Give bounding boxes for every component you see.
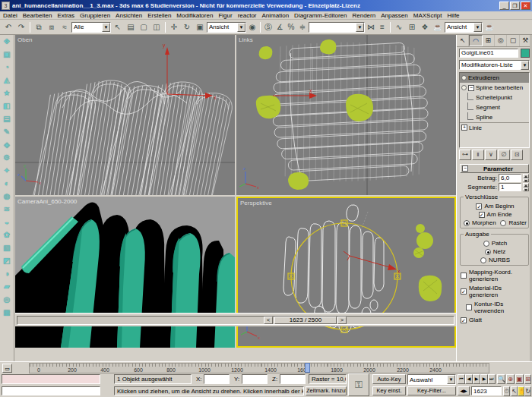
make-unique-icon[interactable]: ∨ [485,150,497,160]
render-type-dropdown[interactable]: Ansicht ▼ [445,22,483,33]
radio-icon[interactable] [464,220,470,226]
remove-modifier-icon[interactable]: ∅ [498,150,510,160]
menu-rendern[interactable]: Rendern [352,12,375,19]
modifier-list-dropdown[interactable]: Modifikatoren-Liste ▼ [459,60,530,70]
snap-toggle-icon[interactable]: Ⓢ [263,21,274,33]
rigid-body-collection-icon[interactable]: ❖ [1,36,14,49]
scale-icon[interactable]: ▣ [194,21,206,33]
percent-snap-icon[interactable]: % [286,21,296,33]
raster-radio[interactable]: Raster [500,219,527,226]
mirror-icon[interactable]: ⋈ [366,21,376,33]
quick-render-icon[interactable]: ☕ [483,21,496,33]
stack-subitem-scheitelpunkt[interactable]: Scheitelpunkt [460,93,529,102]
go-to-start-button[interactable]: ⏮ [458,374,465,384]
set-keys-button[interactable]: Key einst. [372,386,406,395]
previous-key-button[interactable]: ◀ [465,374,473,384]
rotate-icon[interactable]: ↻ [181,21,193,33]
tab-hierarchy-icon[interactable]: ⊞ [483,35,495,46]
tab-create-icon[interactable]: ↖ [457,35,469,46]
crossing-selection-icon[interactable]: ◫ [150,21,163,33]
object-color-swatch[interactable] [521,49,530,58]
morphen-radio[interactable]: Morphen [464,219,496,226]
betrag-spinner[interactable] [523,174,529,182]
chevron-down-icon[interactable]: ▼ [356,23,364,32]
chevron-down-icon[interactable]: ▼ [102,23,110,32]
auto-key-button[interactable]: Auto-Key [372,374,406,384]
stack-item-linie[interactable]: + Linie [460,122,529,132]
tab-display-icon[interactable]: ▢ [507,35,519,46]
zoom-extents-all-icon[interactable]: ⊞ [524,374,531,384]
checkbox-icon[interactable] [461,317,467,323]
segmente-field[interactable]: 1 [499,183,521,191]
toy-car-icon[interactable]: ◐ [1,178,14,191]
radio-icon[interactable] [500,220,506,226]
undo-icon[interactable]: ↶ [2,21,14,33]
go-to-end-button[interactable]: ⏭ [488,374,496,384]
z-coordinate-field[interactable] [280,374,306,384]
menu-hilfe[interactable]: Hilfe [448,12,460,19]
angular-dashpot-icon[interactable]: ◈ [1,139,14,152]
cloth-collection-icon[interactable]: ▣ [1,49,14,61]
play-button[interactable]: ▶ [473,374,480,384]
menu-diagramm-editoren[interactable]: Diagramm-Editoren [294,12,347,19]
key-filters-button[interactable]: Key-Filter... [407,386,456,395]
stack-item-spline-bearbeiten[interactable]: − Spline bearbeiten [460,83,529,93]
stack-subitem-spline[interactable]: Spline [460,112,529,122]
chevron-down-icon[interactable]: ▼ [447,375,455,384]
preview-animation-icon[interactable]: ▰ [1,281,14,294]
plane-icon[interactable]: ◧ [1,100,14,113]
soft-body-modifier-icon[interactable]: ✿ [1,229,14,242]
collapse-icon[interactable]: − [462,165,468,172]
checkbox-icon[interactable] [461,273,467,279]
bind-to-spacewarp-icon[interactable]: ≈ [59,21,71,33]
solver-icon[interactable]: ◑ [1,268,14,281]
select-object-icon[interactable]: ↖ [112,21,124,33]
menu-figur[interactable]: Figur [218,12,232,19]
soft-body-collection-icon[interactable]: ◔ [1,61,14,74]
patch-radio[interactable]: Patch [464,240,527,247]
restore-button[interactable]: ❐ [510,2,520,10]
viewport-top-label[interactable]: Oben [17,36,33,43]
key-selection-mode-dropdown[interactable]: Auswahl ▼ [407,374,456,385]
close-button[interactable]: ✕ [521,2,530,10]
select-and-link-icon[interactable]: ⧉ [33,21,45,33]
menu-extras[interactable]: Extras [57,12,74,19]
maxscript-mini-listener-pink[interactable] [2,374,100,384]
redo-icon[interactable]: ↷ [15,21,27,33]
modifier-onoff-bulb-icon[interactable] [461,85,467,90]
kontur-ids-checkbox[interactable]: Kontur-IDs verwenden [466,301,532,314]
track-bar-ruler[interactable]: 0 200 400 600 800 1000 1200 1400 1600 18… [29,363,489,373]
spring-icon[interactable]: ▤ [1,113,14,126]
checkbox-icon[interactable] [466,304,472,310]
checkbox-icon[interactable] [461,288,467,295]
viewport-left-view[interactable]: Links [236,35,456,195]
fracture-icon[interactable]: ◍ [1,191,14,203]
menu-maxscript[interactable]: MAXScript [413,12,442,19]
menu-anpassen[interactable]: Anpassen [381,12,408,19]
checkbox-icon[interactable] [479,212,485,218]
chevron-down-icon[interactable]: ▼ [473,23,482,32]
utilities-window-icon[interactable]: ▦ [1,307,14,320]
next-key-button[interactable]: ▶ [480,374,488,384]
key-mode-toggle-icon[interactable]: ◀▶ [458,386,470,395]
spinner-snap-icon[interactable]: ≑ [297,21,308,33]
arc-rotate-icon[interactable]: ↻ [524,386,531,396]
netz-radio[interactable]: Netz [464,248,527,255]
pan-hand-icon[interactable]: ✋ [518,386,524,396]
next-frame-button[interactable]: > [337,317,347,324]
y-coordinate-field[interactable] [242,374,268,384]
maxscript-mini-listener-white[interactable] [2,386,100,395]
stack-item-extrudieren[interactable]: Extrudieren [460,73,529,83]
viewport-perspective-label[interactable]: Perspektive [240,200,272,206]
menu-bearbeiten[interactable]: Bearbeiten [23,12,52,19]
material-ids-checkbox[interactable]: Material-IDs generieren [461,285,532,298]
menu-datei[interactable]: Datei [3,12,17,19]
object-name-field[interactable]: GolgiLine01 [459,49,518,58]
modifier-onoff-bulb-icon[interactable] [461,75,467,80]
x-coordinate-field[interactable] [204,374,230,384]
current-frame-field[interactable] [471,386,502,395]
attach-deflector-icon[interactable]: ◩ [1,255,14,268]
move-icon[interactable]: ✢ [168,21,180,33]
selection-range-icon[interactable]: ▭ [2,364,12,373]
rope-modifier-icon[interactable]: ▧ [1,242,14,255]
